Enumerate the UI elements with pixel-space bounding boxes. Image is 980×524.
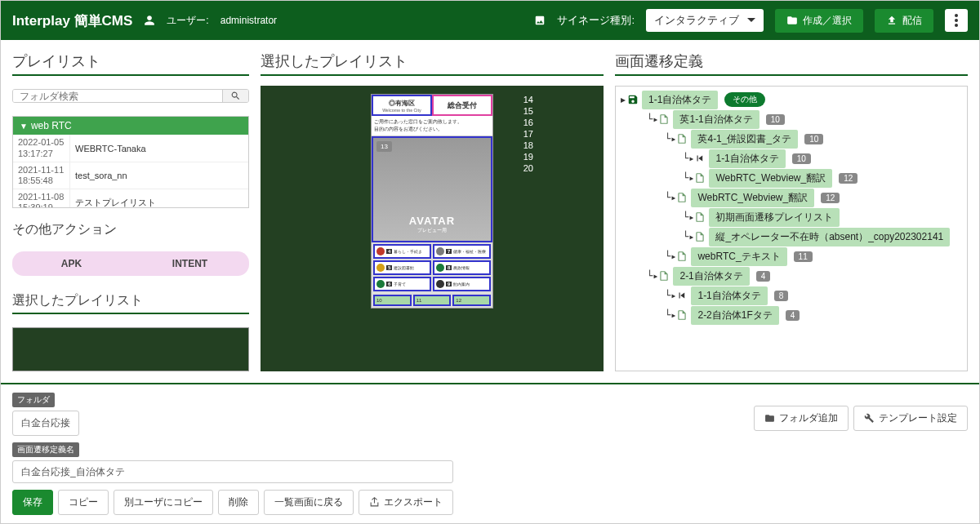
- playlist-item[interactable]: 2021-11-0815:39:19テストプレイリスト: [13, 189, 248, 208]
- selected-playlist-title: 選択したプレイリスト: [12, 292, 249, 314]
- signage-reception: 総合受付: [432, 95, 492, 116]
- signage-cell: 8 農政情報: [433, 260, 491, 275]
- tree-node[interactable]: └▸ 英1-1自治体タテ10: [619, 109, 964, 129]
- folder-icon: [786, 15, 798, 26]
- signage-cell: 6 子育て: [373, 277, 431, 291]
- svg-point-2: [955, 24, 958, 27]
- playlist-item[interactable]: 2021-11-1118:55:48test_sora_nn: [13, 162, 248, 189]
- signage-foot-cell: 10: [373, 295, 412, 306]
- signage-logo: ◎有海区Welcome to the City: [372, 95, 432, 116]
- intent-button[interactable]: INTENT: [131, 251, 249, 276]
- signage-type-label: サイネージ種別:: [557, 13, 635, 28]
- region-numbers: 14151617181920: [519, 94, 538, 174]
- dots-vertical-icon: [955, 14, 958, 27]
- other-actions-title: その他アクション: [12, 221, 249, 238]
- delete-button[interactable]: 削除: [218, 490, 259, 515]
- svg-point-1: [955, 19, 958, 22]
- signage-message: ご用件にあった窓口をご案内致します。目的の内容をお選びください。: [372, 116, 492, 136]
- avatar-badge: 13: [376, 141, 392, 152]
- tree-node[interactable]: └▸ WebRTC_Webview_翻訳12: [619, 188, 964, 207]
- header: Interplay 簡単CMS ユーザー: administrator サイネー…: [1, 1, 979, 40]
- signage-cell: 4 暮らし・手続き: [373, 244, 431, 259]
- signage-preview: ◎有海区Welcome to the City 総合受付 ご用件にあった窓口をご…: [371, 94, 493, 309]
- playlist-list[interactable]: web RTC 2022-01-0513:17:27WEBRTC-Tanaka2…: [12, 116, 249, 208]
- svg-point-0: [955, 14, 958, 17]
- folder-search-input[interactable]: [13, 90, 222, 102]
- apk-button[interactable]: APK: [12, 251, 131, 276]
- signage-cell: 9 館内案内: [433, 277, 491, 291]
- create-select-button[interactable]: 作成／選択: [775, 9, 863, 33]
- app-logo: Interplay 簡単CMS: [12, 11, 132, 30]
- signage-avatar: 13 AVATAR プレビュー用: [372, 136, 492, 242]
- def-name-label: 画面遷移定義名: [12, 442, 79, 457]
- user-icon: [144, 15, 155, 26]
- folder-open-icon: [764, 413, 775, 424]
- search-button[interactable]: [222, 90, 248, 102]
- tree-node[interactable]: └▸ 1-1自治体タテ10: [619, 149, 964, 168]
- playlist-folder-header[interactable]: web RTC: [13, 117, 248, 135]
- playlist-item[interactable]: 2022-01-0513:17:27WEBRTC-Tanaka: [13, 135, 248, 162]
- user-label: ユーザー:: [167, 14, 208, 28]
- mid-title: 選択したプレイリスト: [261, 51, 604, 76]
- upload-icon: [886, 15, 898, 26]
- folder-select[interactable]: 白金台応接: [12, 411, 79, 436]
- playlist-title: プレイリスト: [12, 51, 249, 76]
- search-icon: [230, 91, 241, 101]
- tree-node[interactable]: └▸ 初期画面遷移プレイリスト: [619, 207, 964, 227]
- menu-button[interactable]: [945, 9, 968, 32]
- back-to-list-button[interactable]: 一覧画面に戻る: [264, 490, 354, 515]
- transition-def-title: 画面遷移定義: [615, 51, 968, 76]
- preview-canvas: ◎有海区Welcome to the City 総合受付 ご用件にあった窓口をご…: [261, 86, 604, 371]
- export-button[interactable]: エクスポート: [359, 490, 453, 515]
- def-name-input[interactable]: [12, 460, 453, 483]
- tree-node[interactable]: └▸ 英4-1_併設図書_タテ10: [619, 129, 964, 149]
- signage-cell: 7 健康・福祉・医療: [433, 244, 491, 259]
- export-icon: [369, 497, 380, 508]
- tree-node[interactable]: └▸ 2-2自治体1Fタテ4: [619, 305, 964, 325]
- signage-type-select[interactable]: インタラクティブ: [646, 9, 764, 32]
- publish-button[interactable]: 配信: [875, 9, 933, 33]
- copy-button[interactable]: コピー: [58, 490, 109, 515]
- tree-node[interactable]: ▸1-1自治体タテその他: [619, 90, 964, 109]
- copy-other-user-button[interactable]: 別ユーザにコピー: [114, 490, 213, 515]
- folder-label: フォルダ: [12, 393, 55, 407]
- template-settings-button[interactable]: テンプレート設定: [853, 406, 968, 431]
- tree-node[interactable]: └▸ WebRTC_Webview_翻訳12: [619, 168, 964, 188]
- signage-foot-cell: 11: [413, 295, 452, 306]
- save-button[interactable]: 保存: [12, 490, 53, 515]
- transition-tree[interactable]: ▸1-1自治体タテその他└▸ 英1-1自治体タテ10└▸ 英4-1_併設図書_タ…: [615, 86, 968, 371]
- tree-node[interactable]: └▸ 縦_オペレーター不在時（absent）_copy202302141: [619, 227, 964, 246]
- image-icon: [534, 15, 546, 26]
- add-folder-button[interactable]: フォルダ追加: [754, 406, 849, 431]
- wrench-icon: [864, 413, 875, 424]
- tree-node[interactable]: └▸ webRTC_テキスト11: [619, 246, 964, 266]
- user-name: administrator: [220, 15, 277, 26]
- tree-node[interactable]: └▸ 2-1自治体タテ4: [619, 266, 964, 286]
- tree-node[interactable]: └▸ 1-1自治体タテ8: [619, 286, 964, 305]
- signage-cell: 5 建設図書館: [373, 260, 431, 275]
- signage-foot-cell: 12: [452, 295, 491, 306]
- selected-playlist-preview: [12, 327, 249, 371]
